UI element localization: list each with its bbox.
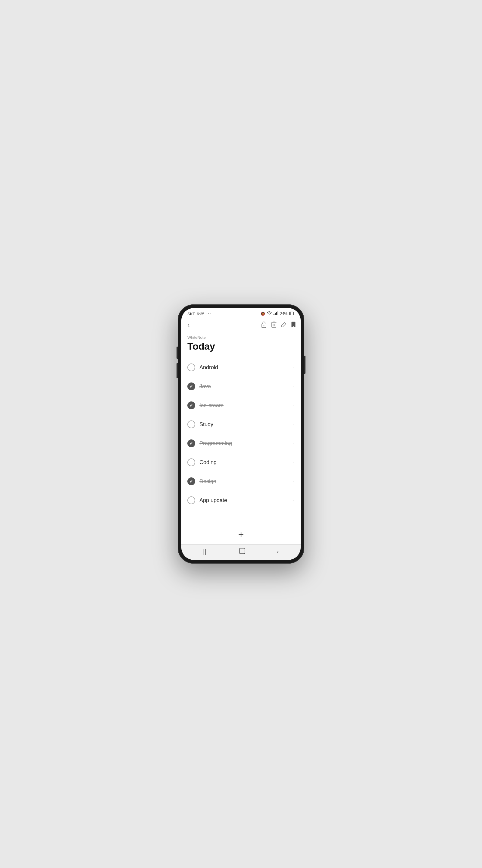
todo-checkbox-5[interactable]: ✓ xyxy=(187,439,195,447)
svg-rect-0 xyxy=(274,314,275,315)
todo-label-6: Coding xyxy=(199,459,217,466)
phone-screen: SKT 6:35 ··· 🔕 xyxy=(181,308,301,560)
battery-icon xyxy=(289,312,295,316)
list-item: App update · xyxy=(187,491,295,510)
todo-more-6[interactable]: · xyxy=(293,459,295,465)
vol-down-button[interactable] xyxy=(176,363,178,378)
carrier-label: SKT xyxy=(187,312,195,316)
todo-label-3: Ice-cream xyxy=(199,402,224,409)
battery-label: 24% xyxy=(280,312,287,316)
svg-point-8 xyxy=(264,325,264,326)
bookmark-icon[interactable] xyxy=(291,321,296,330)
app-title: Today xyxy=(187,341,295,352)
todo-checkbox-4[interactable] xyxy=(187,421,195,428)
todo-checkbox-8[interactable] xyxy=(187,496,195,504)
app-content: WhiteNote Today Android · ✓ xyxy=(181,333,301,525)
list-item: Android · xyxy=(187,358,295,377)
todo-more-8[interactable]: · xyxy=(293,497,295,503)
todo-left: Coding xyxy=(187,458,217,466)
todo-label-5: Programming xyxy=(199,440,232,447)
checkmark-icon: ✓ xyxy=(190,479,193,484)
svg-rect-10 xyxy=(239,548,245,554)
todo-left: ✓ Java xyxy=(187,382,211,390)
nav-bar: ‹ xyxy=(181,318,301,333)
status-left: SKT 6:35 ··· xyxy=(187,311,211,316)
todo-more-2[interactable]: · xyxy=(293,383,295,390)
todo-more-3[interactable]: · xyxy=(293,402,295,408)
todo-more-5[interactable]: · xyxy=(293,440,295,446)
time-label: 6:35 xyxy=(197,312,204,316)
add-section: + xyxy=(181,525,301,544)
list-item: Coding · xyxy=(187,453,295,472)
mute-icon: 🔕 xyxy=(261,312,265,316)
todo-label-8: App update xyxy=(199,497,227,504)
svg-rect-1 xyxy=(275,313,276,315)
todo-checkbox-1[interactable] xyxy=(187,364,195,371)
checkmark-icon: ✓ xyxy=(190,403,193,407)
signal-icon xyxy=(274,311,278,316)
todo-left: ✓ Ice-cream xyxy=(187,401,224,409)
todo-left: ✓ Design xyxy=(187,477,216,485)
status-dots: ··· xyxy=(206,311,211,316)
trash-icon[interactable] xyxy=(271,321,277,330)
todo-checkbox-6[interactable] xyxy=(187,458,195,466)
svg-rect-5 xyxy=(294,313,294,314)
todo-left: ✓ Programming xyxy=(187,439,232,447)
status-right: 🔕 24% xyxy=(261,311,295,316)
todo-left: App update xyxy=(187,496,227,504)
list-item: ✓ Ice-cream · xyxy=(187,396,295,415)
todo-list: Android · ✓ Java · xyxy=(187,358,295,510)
todo-checkbox-7[interactable]: ✓ xyxy=(187,477,195,485)
checkmark-icon: ✓ xyxy=(190,384,193,389)
todo-more-4[interactable]: · xyxy=(293,421,295,427)
todo-left: Android xyxy=(187,364,218,371)
checkmark-icon: ✓ xyxy=(190,441,193,445)
back-button[interactable]: ‹ xyxy=(186,320,191,330)
home-button[interactable] xyxy=(239,548,246,556)
wifi-icon xyxy=(267,311,272,316)
status-bar: SKT 6:35 ··· 🔕 xyxy=(181,308,301,318)
svg-rect-2 xyxy=(276,312,277,315)
list-item: ✓ Programming · xyxy=(187,434,295,453)
app-brand: WhiteNote xyxy=(187,335,295,340)
power-button[interactable] xyxy=(304,355,306,374)
todo-checkbox-2[interactable]: ✓ xyxy=(187,382,195,390)
todo-label-7: Design xyxy=(199,478,216,485)
svg-rect-6 xyxy=(290,312,291,315)
back-button-nav[interactable]: ‹ xyxy=(277,548,279,555)
add-item-button[interactable]: + xyxy=(238,530,244,539)
nav-actions xyxy=(261,321,296,330)
lock-icon[interactable] xyxy=(261,321,267,330)
todo-label-2: Java xyxy=(199,383,211,390)
bottom-nav: ||| ‹ xyxy=(181,544,301,560)
phone-frame: SKT 6:35 ··· 🔕 xyxy=(178,304,304,564)
todo-more-7[interactable]: · xyxy=(293,478,295,484)
recent-apps-button[interactable]: ||| xyxy=(203,548,208,555)
todo-checkbox-3[interactable]: ✓ xyxy=(187,401,195,409)
svg-rect-3 xyxy=(277,311,278,315)
edit-icon[interactable] xyxy=(281,321,287,329)
vol-up-button[interactable] xyxy=(176,347,178,359)
todo-label-1: Android xyxy=(199,364,218,371)
todo-more-1[interactable]: · xyxy=(293,364,295,370)
list-item: ✓ Design · xyxy=(187,472,295,491)
list-item: Study · xyxy=(187,415,295,434)
todo-label-4: Study xyxy=(199,421,213,428)
todo-left: Study xyxy=(187,421,213,428)
list-item: ✓ Java · xyxy=(187,377,295,396)
